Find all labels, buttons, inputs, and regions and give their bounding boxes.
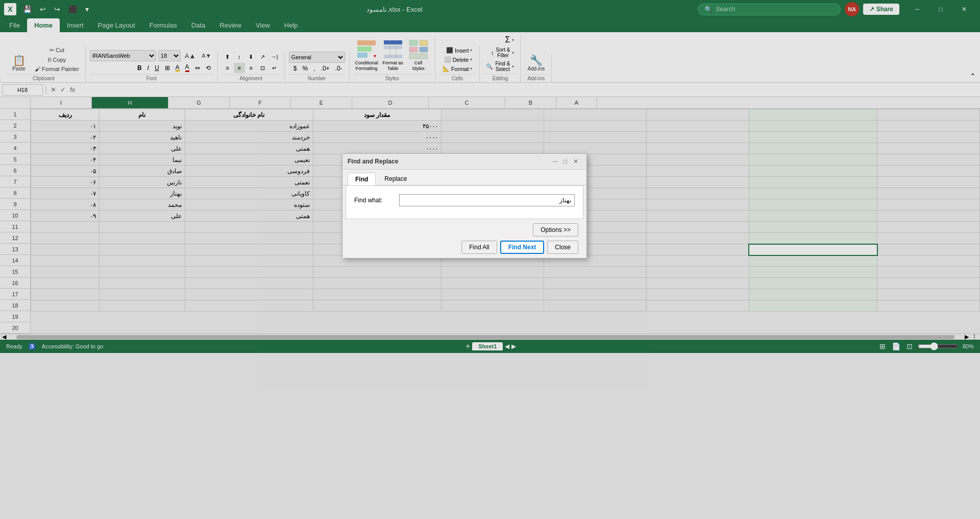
find-next-button[interactable]: Find Next — [500, 241, 545, 254]
close-dialog-button[interactable]: Close — [547, 241, 578, 254]
dialog-close-button[interactable]: ✕ — [570, 157, 581, 166]
dialog-tab-find[interactable]: Find — [348, 173, 376, 185]
dialog-maximize-button[interactable]: □ — [560, 157, 570, 166]
find-what-input[interactable] — [399, 194, 575, 206]
modal-overlay: Find and Replace ─ □ ✕ Find Replace Find… — [0, 0, 980, 519]
dialog-title: Find and Replace — [348, 158, 550, 165]
dialog-body: Find what: — [346, 185, 583, 219]
options-row: Options >> — [351, 223, 578, 237]
find-all-button[interactable]: Find All — [461, 241, 497, 254]
options-button[interactable]: Options >> — [533, 223, 578, 237]
find-what-row: Find what: — [354, 194, 575, 206]
find-replace-dialog: Find and Replace ─ □ ✕ Find Replace Find… — [342, 153, 587, 258]
dialog-minimize-button[interactable]: ─ — [550, 157, 560, 166]
dialog-tabs: Find Replace — [342, 170, 586, 185]
find-what-label: Find what: — [354, 197, 395, 204]
dialog-tab-replace[interactable]: Replace — [377, 173, 414, 185]
action-buttons-row: Find All Find Next Close — [351, 241, 578, 254]
dialog-actions: Options >> Find All Find Next Close — [342, 219, 586, 258]
dialog-titlebar: Find and Replace ─ □ ✕ — [342, 154, 586, 170]
